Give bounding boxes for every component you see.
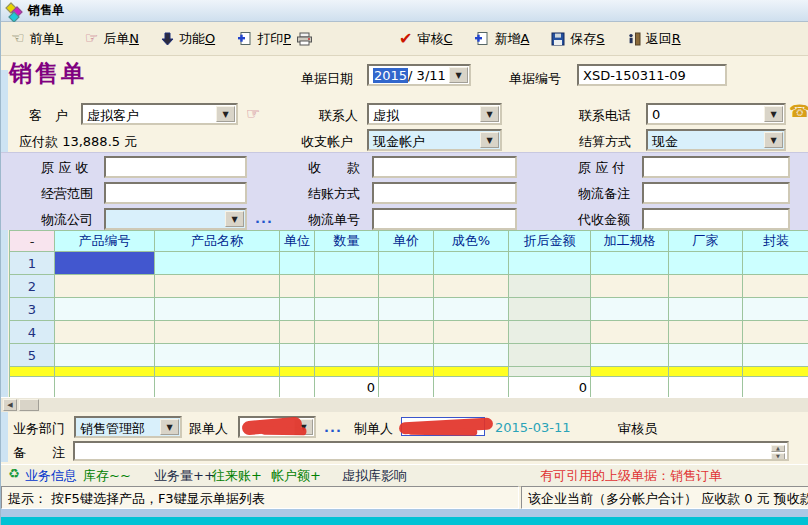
- grid-cell[interactable]: [509, 367, 591, 377]
- grid-cell[interactable]: [669, 298, 743, 321]
- telephone-icon[interactable]: ☎: [789, 101, 808, 121]
- grid-cell[interactable]: [315, 367, 379, 377]
- scroll-left-arrow[interactable]: ◀: [3, 399, 17, 411]
- spinner-up-icon[interactable]: ▲: [771, 445, 785, 452]
- grid-cell[interactable]: [155, 298, 280, 321]
- grid-cell[interactable]: [55, 275, 155, 298]
- grid-cell[interactable]: [280, 367, 315, 377]
- settle-combobox[interactable]: 现金▼: [646, 129, 786, 151]
- grid-cell[interactable]: [743, 321, 808, 344]
- collect-amount-input[interactable]: [642, 208, 790, 230]
- accounts-link[interactable]: 往来账+: [212, 467, 262, 485]
- grid-cell[interactable]: [743, 275, 808, 298]
- logistics-no-input[interactable]: [372, 208, 517, 230]
- grid-cell[interactable]: [434, 275, 509, 298]
- dept-combobox[interactable]: 销售管理部▼: [74, 416, 182, 438]
- grid-cell[interactable]: [155, 367, 280, 377]
- virtual-stock-link[interactable]: 虚拟库影响: [342, 467, 407, 485]
- dept-dropdown-arrow[interactable]: ▼: [160, 419, 179, 435]
- spinner-down-icon[interactable]: ▼: [771, 453, 785, 460]
- grid-cell[interactable]: [591, 367, 669, 377]
- grid-cell[interactable]: [509, 252, 591, 275]
- grid-horizontal-scrollbar[interactable]: ◀: [1, 397, 808, 412]
- grid-cell[interactable]: [434, 298, 509, 321]
- phone-combobox[interactable]: 0▼: [646, 103, 786, 125]
- grid-row-number[interactable]: 2: [10, 275, 55, 298]
- grid-cell[interactable]: [669, 275, 743, 298]
- grid-cell[interactable]: [379, 344, 434, 367]
- print-button[interactable]: 打印P: [237, 30, 313, 48]
- balance-link[interactable]: 帐户额+: [271, 467, 321, 485]
- grid-cell[interactable]: [669, 252, 743, 275]
- grid-cell[interactable]: [509, 321, 591, 344]
- contact-combobox[interactable]: 虚拟▼: [367, 103, 502, 125]
- grid-cell[interactable]: [379, 367, 434, 377]
- grid-cell[interactable]: [315, 321, 379, 344]
- grid-cell[interactable]: [315, 275, 379, 298]
- grid-cell[interactable]: [591, 298, 669, 321]
- grid-cell[interactable]: [280, 298, 315, 321]
- stock-link[interactable]: 库存~~: [83, 467, 131, 485]
- grid-cell[interactable]: [743, 367, 808, 377]
- grid-cell[interactable]: [315, 344, 379, 367]
- date-dropdown-arrow[interactable]: ▼: [449, 67, 468, 83]
- grid-cell[interactable]: [591, 344, 669, 367]
- grid-cell[interactable]: [743, 252, 808, 275]
- grid-cell[interactable]: [434, 321, 509, 344]
- back-button[interactable]: 返回R: [627, 30, 681, 48]
- grid-cell[interactable]: [434, 252, 509, 275]
- grid-cell-selected[interactable]: [55, 252, 155, 275]
- contact-dropdown-arrow[interactable]: ▼: [480, 106, 499, 122]
- grid-cell[interactable]: [509, 275, 591, 298]
- add-new-button[interactable]: 新增A: [474, 30, 529, 48]
- grid-row-number[interactable]: 3: [10, 298, 55, 321]
- grid-cell[interactable]: [155, 344, 280, 367]
- doc-no-input[interactable]: XSD-150311-09: [577, 64, 727, 86]
- customer-lookup-icon[interactable]: ☞: [246, 104, 260, 123]
- grid-cell[interactable]: [55, 321, 155, 344]
- follower-more-button[interactable]: ...: [324, 420, 342, 435]
- grid-cell[interactable]: [509, 344, 591, 367]
- note-input[interactable]: ▲▼: [73, 441, 789, 461]
- grid-cell[interactable]: [591, 252, 669, 275]
- audit-button[interactable]: ✔ 审核C: [399, 29, 452, 48]
- grid-cell[interactable]: [155, 275, 280, 298]
- grid-cell[interactable]: [280, 344, 315, 367]
- customer-dropdown-arrow[interactable]: ▼: [216, 106, 235, 122]
- grid-cell[interactable]: [379, 275, 434, 298]
- grid-row-number[interactable]: [10, 367, 55, 377]
- logistics-co-dropdown-arrow[interactable]: ▼: [225, 211, 244, 227]
- grid-cell[interactable]: [669, 367, 743, 377]
- grid-cell[interactable]: [155, 252, 280, 275]
- settle-method-input[interactable]: [372, 182, 517, 204]
- orig-payable-input[interactable]: [642, 156, 790, 178]
- grid-cell[interactable]: [315, 298, 379, 321]
- account-combobox[interactable]: 现金帐户▼: [367, 129, 502, 151]
- grid-cell[interactable]: [155, 321, 280, 344]
- grid-cell[interactable]: [55, 367, 155, 377]
- save-button[interactable]: 保存S: [551, 30, 604, 48]
- orig-receivable-input[interactable]: [104, 156, 247, 178]
- account-dropdown-arrow[interactable]: ▼: [480, 132, 499, 148]
- grid-cell[interactable]: [379, 252, 434, 275]
- biz-scope-input[interactable]: [104, 182, 247, 204]
- grid-cell[interactable]: [743, 298, 808, 321]
- note-spinner[interactable]: ▲▼: [771, 445, 785, 460]
- receipt-input[interactable]: [372, 156, 517, 178]
- grid-cell[interactable]: [434, 344, 509, 367]
- grid-cell[interactable]: [509, 298, 591, 321]
- customer-combobox[interactable]: 虚拟客户▼: [81, 103, 238, 125]
- functions-button[interactable]: 功能O: [161, 30, 215, 48]
- logistics-co-combobox[interactable]: ▼: [104, 208, 247, 230]
- prev-order-button[interactable]: ☜ 前单L: [11, 30, 63, 48]
- grid-cell[interactable]: [669, 321, 743, 344]
- settle-dropdown-arrow[interactable]: ▼: [764, 132, 783, 148]
- grid-cell[interactable]: [669, 344, 743, 367]
- grid-row-number[interactable]: 1: [10, 252, 55, 275]
- grid-cell[interactable]: [743, 344, 808, 367]
- grid-cell[interactable]: [379, 298, 434, 321]
- business-info-link[interactable]: 业务信息: [25, 467, 77, 485]
- grid-row-number[interactable]: 5: [10, 344, 55, 367]
- grid-cell[interactable]: [280, 321, 315, 344]
- grid-cell[interactable]: [315, 252, 379, 275]
